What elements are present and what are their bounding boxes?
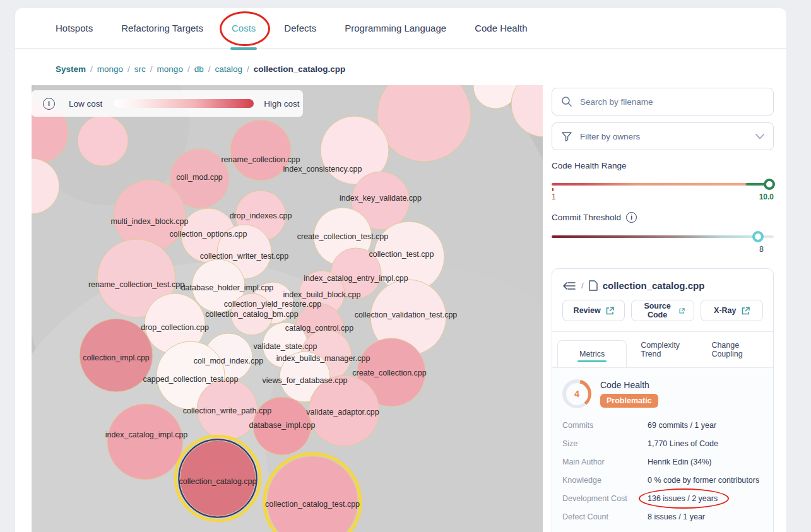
bubble-label-collection_yield_restore.cpp[interactable]: collection_yield_restore.cpp (224, 300, 321, 309)
code-health-score: 4 (566, 383, 588, 405)
bubble-label-index_builds_manager.cpp[interactable]: index_builds_manager.cpp (276, 354, 370, 363)
file-bubble[interactable] (78, 115, 128, 166)
bubble-label-collection_validation_test.cpp[interactable]: collection_validation_test.cpp (355, 310, 458, 319)
commit-threshold-track[interactable] (552, 235, 774, 238)
breadcrumb-separator: / (127, 64, 130, 74)
code-health-range-label: Code Health Range (552, 161, 774, 170)
breadcrumb-separator: / (208, 64, 211, 74)
bubble-label-create_collection_test.cpp[interactable]: create_collection_test.cpp (297, 232, 389, 241)
bubble-label-multi_index_block.cpp[interactable]: multi_index_block.cpp (111, 217, 189, 226)
bubble-label-create_collection.cpp[interactable]: create_collection.cpp (352, 369, 426, 377)
search-icon (561, 96, 572, 107)
bubble-label-index_consistency.cpp[interactable]: index_consistency.cpp (283, 165, 362, 174)
breadcrumb-separator: / (90, 64, 93, 74)
tab-code-health[interactable]: Code Health (475, 8, 527, 49)
commit-threshold-slider[interactable] (552, 231, 774, 242)
bubble-label-index_key_validate.cpp[interactable]: index_key_validate.cpp (340, 194, 422, 203)
development-cost-value: 136 issues / 2 years (648, 494, 718, 503)
back-to-list-icon[interactable] (562, 281, 576, 291)
bubble-label-drop_collection.cpp[interactable]: drop_collection.cpp (141, 323, 209, 332)
cost-gradient-bar (114, 99, 254, 108)
metric-value: 8 issues / 1 year (648, 512, 705, 521)
tab-refactoring-targets[interactable]: Refactoring Targets (121, 8, 203, 49)
metric-value: 1,770 Lines of Code (648, 439, 718, 448)
bubble-label-database_holder_impl.cpp[interactable]: database_holder_impl.cpp (181, 283, 274, 292)
info-icon[interactable]: i (43, 98, 55, 110)
breadcrumb-src[interactable]: src (134, 64, 146, 74)
bubble-label-capped_collection_test.cpp[interactable]: capped_collection_test.cpp (143, 375, 239, 384)
code-health-range-handle[interactable] (764, 179, 775, 190)
breadcrumb: System / mongo / src / mongo / db / cata… (56, 64, 786, 74)
bubble-label-collection_write_path.cpp[interactable]: collection_write_path.cpp (183, 406, 271, 415)
info-icon[interactable]: i (626, 212, 637, 223)
metric-label: Commits (562, 421, 648, 430)
source-code-button[interactable]: Source Code (631, 300, 694, 321)
metric-row-development-cost: Development Cost 136 issues / 2 years (562, 493, 763, 504)
search-box[interactable] (552, 88, 774, 115)
file-bubble-collection_catalog_test.cpp[interactable] (264, 454, 360, 532)
xray-button-label: X-Ray (714, 306, 736, 315)
code-health-score-ring: 4 (562, 379, 591, 408)
breadcrumb-db[interactable]: db (194, 64, 204, 74)
detail-tab-metrics[interactable]: Metrics (557, 340, 627, 367)
bubble-label-views_for_database.cpp[interactable]: views_for_database.cpp (263, 376, 348, 385)
file-detail-panel: / collection_catalog.cpp Review (552, 268, 774, 532)
detail-tab-complexity-trend[interactable]: Complexity Trend (627, 332, 697, 367)
bubble-label-collection_catalog_bm.cpp[interactable]: collection_catalog_bm.cpp (205, 310, 298, 319)
bubble-label-collection_writer_test.cpp[interactable]: collection_writer_test.cpp (200, 252, 288, 261)
funnel-icon (561, 131, 572, 142)
top-tab-bar: Hotspots Refactoring Targets Costs Defec… (15, 8, 786, 49)
bubble-label-coll_mod.cpp[interactable]: coll_mod.cpp (176, 173, 223, 182)
tab-costs[interactable]: Costs (232, 8, 256, 49)
metric-value: Henrik Edin (34%) (648, 458, 711, 466)
bubble-label-collection_catalog.cpp[interactable]: collection_catalog.cpp (179, 477, 257, 486)
bubble-label-collection_catalog_test.cpp[interactable]: collection_catalog_test.cpp (265, 500, 360, 509)
commit-threshold-handle[interactable] (752, 231, 764, 242)
bubble-label-drop_indexes.cpp[interactable]: drop_indexes.cpp (230, 211, 292, 220)
code-health-range-track[interactable] (552, 183, 774, 186)
bubble-label-collection_options.cpp[interactable]: collection_options.cpp (170, 230, 247, 239)
bubble-label-collection_impl.cpp[interactable]: collection_impl.cpp (83, 353, 150, 362)
bubble-label-catalog_control.cpp[interactable]: catalog_control.cpp (285, 324, 353, 333)
review-button[interactable]: Review (562, 300, 625, 321)
breadcrumb-mongo-2[interactable]: mongo (157, 64, 183, 74)
bubble-label-database_impl.cpp[interactable]: database_impl.cpp (249, 421, 316, 430)
metric-row-modified: Modified 0 months ago (562, 529, 763, 532)
bubble-label-index_build_block.cpp[interactable]: index_build_block.cpp (283, 290, 360, 299)
bubble-label-rename_collection_test.cpp[interactable]: rename_collection_test.cpp (88, 280, 184, 289)
metric-label: Defect Count (562, 512, 648, 521)
bubble-label-validate_state.cpp[interactable]: validate_state.cpp (254, 342, 317, 351)
owner-filter-label: Filter by owners (580, 132, 755, 141)
metric-value: 69 commits / 1 year (648, 421, 716, 430)
metric-row-size: Size 1,770 Lines of Code (562, 438, 763, 449)
breadcrumb-separator: / (247, 64, 249, 74)
bubble-label-coll_mod_index.cpp[interactable]: coll_mod_index.cpp (194, 357, 264, 365)
breadcrumb-catalog[interactable]: catalog (215, 64, 242, 74)
search-input[interactable] (580, 97, 764, 107)
review-button-label: Review (574, 306, 601, 315)
detail-path-separator: / (581, 281, 584, 290)
detail-tab-change-coupling[interactable]: Change Coupling (697, 332, 768, 367)
bubble-label-index_catalog_impl.cpp[interactable]: index_catalog_impl.cpp (105, 430, 188, 439)
breadcrumb-root[interactable]: System (56, 64, 86, 74)
breadcrumb-mongo[interactable]: mongo (97, 64, 123, 74)
file-bubble-rename_collection.cpp[interactable] (230, 120, 291, 180)
metric-label: Knowledge (562, 476, 648, 485)
owner-filter-dropdown[interactable]: Filter by owners (552, 122, 774, 150)
tab-defects[interactable]: Defects (284, 8, 316, 49)
tab-hotspots[interactable]: Hotspots (56, 8, 93, 49)
metric-row-main-author: Main Author Henrik Edin (34%) (562, 456, 763, 468)
code-health-range-slider[interactable] (552, 179, 774, 190)
bubble-label-validate_adaptor.cpp[interactable]: validate_adaptor.cpp (306, 408, 379, 417)
file-bubble-index_catalog_impl.cpp[interactable] (107, 404, 183, 480)
file-icon (589, 280, 598, 291)
cost-bubble-chart[interactable]: i Low cost High cost rename_collection.c… (32, 85, 543, 532)
bubble-label-collection_test.cpp[interactable]: collection_test.cpp (369, 250, 434, 259)
cost-legend: i Low cost High cost (32, 90, 303, 117)
bubble-label-rename_collection.cpp[interactable]: rename_collection.cpp (221, 155, 300, 164)
tab-programming-language[interactable]: Programming Language (345, 8, 446, 49)
metric-label: Main Author (562, 458, 648, 466)
xray-button[interactable]: X-Ray (701, 300, 763, 321)
bubble-svg: rename_collection.cppindex_consistency.c… (32, 85, 543, 532)
bubble-label-index_catalog_entry_impl.cpp[interactable]: index_catalog_entry_impl.cpp (304, 274, 408, 283)
